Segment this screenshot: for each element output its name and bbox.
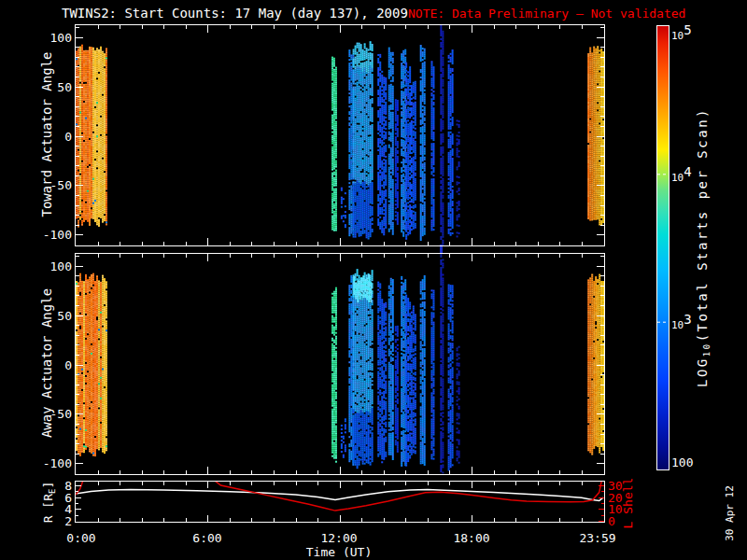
- r-label-subscript: E: [48, 489, 57, 494]
- time-tick-label: 23:59: [579, 531, 615, 545]
- twins2-start-counts-figure: TWINS2: Start Counts: 17 May (day 137), …: [0, 0, 747, 560]
- colorbar-tick-exponent: 4: [684, 164, 691, 179]
- toward-axis-label: Toward Actuator Angle: [39, 51, 54, 217]
- colorbar-tick-label: 100: [671, 455, 693, 469]
- time-tick-label: 6:00: [192, 531, 221, 545]
- lshell-axis-label: L Shell: [621, 478, 635, 529]
- colorbar-tick-exponent: 3: [684, 312, 691, 327]
- time-tick-label: 18:00: [453, 531, 489, 545]
- datestamp: 30 Apr 12: [724, 485, 736, 541]
- colorbar-tick-base: 10: [671, 172, 684, 184]
- colorbar: [656, 25, 669, 470]
- figure-title: TWINS2: Start Counts: 17 May (day 137), …: [62, 6, 408, 21]
- angle-tick-label: 100: [50, 30, 72, 44]
- lshell-tick-label: 0: [608, 514, 615, 528]
- time-tick-label: 0:00: [66, 531, 95, 545]
- angle-tick-label: 0: [64, 357, 72, 371]
- r-tick-label: 2: [64, 513, 72, 527]
- colorbar-tick-base: 10: [671, 30, 684, 42]
- angle-tick-label: -50: [50, 178, 72, 192]
- angle-tick-label: 0: [64, 129, 72, 143]
- cb-label-subscript: 10: [702, 342, 712, 357]
- data-preliminary-note: NOTE: Data Preliminary – Not validated: [408, 7, 685, 21]
- colorbar-tick-label: 104: [671, 164, 692, 184]
- angle-tick-label: -100: [43, 228, 72, 242]
- r-label-text: R [R: [41, 494, 55, 523]
- r-label-end: ]: [41, 482, 55, 489]
- colorbar-tick-base: 100: [671, 455, 693, 469]
- angle-tick-label: 50: [57, 79, 72, 93]
- colorbar-tick-base: 10: [671, 319, 684, 331]
- angle-tick-label: 50: [57, 308, 72, 322]
- angle-tick-label: -50: [50, 407, 72, 421]
- cb-label-units: (Total Starts per Scan): [695, 107, 710, 342]
- colorbar-tick-label: 103: [671, 312, 692, 331]
- colorbar-tick-label: 105: [671, 22, 692, 42]
- toward-angle-heatmap: [75, 24, 605, 246]
- cb-label-text: LOG: [695, 357, 710, 387]
- angle-tick-label: -100: [43, 456, 72, 470]
- away-angle-heatmap: [75, 253, 605, 475]
- time-tick-label: 12:00: [320, 531, 357, 545]
- colorbar-tick-exponent: 5: [684, 22, 691, 37]
- orbit-lines-panel: [75, 481, 605, 523]
- colorbar-label: LOG10(Total Starts per Scan): [695, 107, 712, 387]
- angle-tick-label: 100: [50, 259, 72, 273]
- time-axis-label: Time (UT): [306, 545, 372, 559]
- r-axis-label: R [RE]: [41, 482, 57, 524]
